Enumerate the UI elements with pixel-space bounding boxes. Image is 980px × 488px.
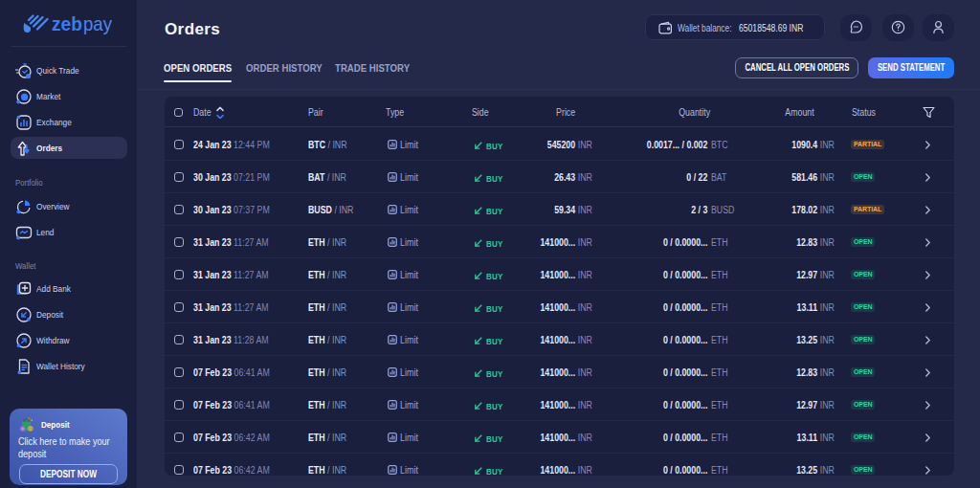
svg-text:zeb: zeb — [52, 12, 82, 34]
svg-text:pay: pay — [83, 12, 112, 34]
